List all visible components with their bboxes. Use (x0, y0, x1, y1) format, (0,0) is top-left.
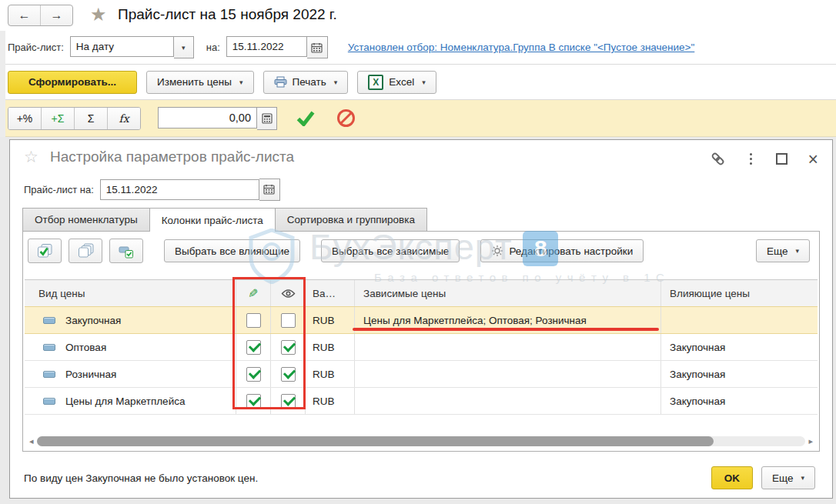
dialog-star-icon[interactable]: ☆ (24, 148, 38, 166)
visible-checkbox[interactable] (281, 367, 296, 382)
chevron-down-icon: ▾ (801, 474, 804, 482)
ok-button[interactable]: OK (711, 466, 753, 489)
formula-fx-button[interactable]: fx (108, 108, 140, 129)
back-button[interactable]: ← (8, 5, 41, 25)
dependent-prices-cell (354, 388, 660, 414)
edit-checkbox[interactable] (246, 367, 261, 382)
pencil-icon: ✎ (248, 286, 258, 301)
price-types-table: Вид цены ✎ Ва… Зависимые цены Влияющие ц… (25, 279, 818, 415)
dialog-tabs: Отбор номенклатуры Колонки прайс-листа С… (22, 208, 832, 232)
uncheck-all-icon (77, 243, 95, 259)
currency-cell: RUB (305, 361, 354, 387)
tab-pricelist-columns[interactable]: Колонки прайс-листа (149, 208, 276, 232)
edit-settings-button[interactable]: Редактировать настройки (480, 239, 644, 262)
influencing-prices-cell (660, 307, 818, 333)
calendar-icon (311, 42, 323, 53)
table-row[interactable]: Цены для Маркетплейса RUB Закупочная (25, 388, 818, 415)
date-field-group: 15.11.2022 (226, 36, 328, 58)
add-sum-button[interactable]: +Σ (42, 108, 75, 129)
visible-checkbox[interactable] (281, 313, 296, 328)
visible-checkbox[interactable] (281, 394, 296, 409)
tab-sorting-grouping[interactable]: Сортировка и группировка (275, 208, 427, 231)
apply-button[interactable] (296, 110, 316, 126)
chevron-down-icon: ▾ (239, 78, 243, 86)
column-header-currency[interactable]: Ва… (305, 280, 354, 306)
table-row[interactable]: Закупочная RUB Цены для Маркетплейса; Оп… (25, 306, 818, 334)
dialog-window-controls: × (710, 151, 818, 167)
panel-more-button[interactable]: Еще ▾ (756, 239, 810, 262)
footer-more-button[interactable]: Еще ▾ (761, 466, 815, 489)
dependent-prices-cell (354, 361, 660, 387)
set-flag-icon (119, 244, 134, 259)
edit-checkbox[interactable] (246, 394, 261, 409)
visible-checkbox[interactable] (281, 340, 296, 355)
forward-arrow-icon: → (51, 8, 63, 22)
excel-label: Excel (389, 76, 414, 88)
column-header-edit[interactable]: ✎ (236, 280, 270, 306)
left-margin-strip (0, 31, 5, 137)
pricelist-mode-dropdown-button[interactable]: ▾ (174, 36, 194, 58)
edit-checkbox[interactable] (246, 313, 261, 328)
scrollbar-thumb[interactable] (37, 436, 714, 446)
column-header-influencing[interactable]: Влияющие цены (660, 280, 818, 306)
close-icon[interactable]: × (808, 154, 818, 165)
favorite-star-icon[interactable]: ★ (90, 4, 107, 25)
print-button[interactable]: Печать ▾ (263, 71, 349, 94)
eye-icon (281, 289, 296, 299)
check-all-button[interactable] (28, 239, 62, 263)
settings-dialog: ☆ Настройка параметров прайс-листа × Пра… (9, 139, 833, 499)
currency-cell: RUB (305, 334, 354, 360)
excel-icon: X (368, 75, 383, 90)
set-flag-button[interactable] (109, 239, 143, 263)
column-header-visible[interactable] (270, 280, 305, 306)
dialog-header: ☆ Настройка параметров прайс-листа × (10, 140, 832, 175)
sum-button[interactable]: Σ (75, 108, 108, 129)
cancel-button[interactable] (337, 109, 355, 127)
panel-more-label: Еще (767, 245, 788, 257)
nav-history-group: ← → (8, 5, 73, 26)
excel-button[interactable]: X Excel ▾ (357, 71, 436, 94)
price-type-icon (43, 344, 55, 351)
influencing-prices-cell: Закупочная (660, 388, 818, 414)
dialog-calendar-button[interactable] (259, 179, 280, 201)
change-prices-button[interactable]: Изменить цены ▾ (146, 71, 253, 94)
pricelist-mode-value[interactable]: На дату (70, 36, 174, 57)
status-text: По виду цен Закупочная не было установок… (24, 472, 258, 484)
influencing-prices-cell: Закупочная (660, 361, 818, 387)
column-header-dependent[interactable]: Зависимые цены (354, 280, 660, 306)
edit-checkbox[interactable] (246, 340, 261, 355)
uncheck-all-button[interactable] (69, 239, 102, 263)
link-icon[interactable] (710, 151, 726, 167)
amount-input[interactable]: 0,00 (158, 107, 257, 129)
scrollbar-track[interactable] (37, 436, 806, 446)
filter-set-link[interactable]: Установлен отбор: Номенклатура.Группа В … (348, 42, 694, 53)
calendar-button[interactable] (307, 36, 328, 58)
app-header: ← → ★ Прайс-лист на 15 ноября 2022 г. (0, 0, 836, 31)
check-all-icon (36, 243, 54, 259)
select-all-influencing-button[interactable]: Выбрать все влияющие (164, 239, 300, 262)
calculator-button[interactable] (257, 107, 277, 130)
currency-cell: RUB (305, 388, 354, 414)
add-percent-button[interactable]: +% (8, 108, 42, 129)
chevron-down-icon: ▾ (182, 44, 186, 52)
column-header-price-type[interactable]: Вид цены (25, 288, 236, 299)
date-input[interactable]: 15.11.2022 (226, 36, 307, 57)
select-all-dependent-button[interactable]: Выбрать все зависимые (321, 239, 460, 262)
chevron-down-icon: ▾ (795, 247, 799, 255)
generate-button[interactable]: Сформировать... (8, 71, 137, 94)
change-prices-label: Изменить цены (157, 76, 232, 88)
horizontal-scrollbar[interactable]: ◂ ▸ (29, 436, 813, 447)
table-row[interactable]: Оптовая RUB Закупочная (25, 334, 818, 361)
forward-button[interactable]: → (41, 5, 72, 25)
pricelist-mode-combobox[interactable]: На дату ▾ (70, 36, 194, 58)
tab-nomenclature-filter[interactable]: Отбор номенклатуры (22, 208, 150, 231)
edit-settings-label: Редактировать настройки (509, 245, 633, 257)
kebab-menu-icon[interactable] (747, 152, 755, 165)
table-row[interactable]: Розничная RUB Закупочная (25, 361, 818, 388)
maximize-icon[interactable] (776, 153, 788, 165)
scroll-right-arrow-icon[interactable]: ▸ (808, 437, 813, 446)
dialog-date-input[interactable]: 15.11.2022 (100, 179, 259, 200)
gear-icon (491, 245, 503, 257)
scroll-left-arrow-icon[interactable]: ◂ (29, 437, 34, 446)
main-toolbar: Сформировать... Изменить цены ▾ Печать ▾… (0, 65, 836, 100)
